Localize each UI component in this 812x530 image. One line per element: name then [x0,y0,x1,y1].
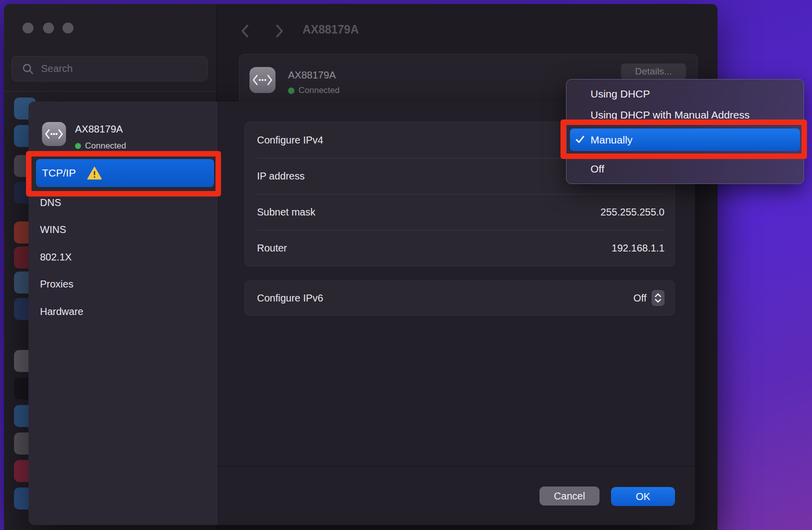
form-row-router: Router 192.168.1.1 [245,230,674,266]
chevron-right-icon [276,24,284,38]
search-input[interactable]: Search [12,56,208,82]
back-button[interactable] [237,23,252,39]
ethernet-adapter-icon [250,67,276,93]
sidebar-item-8021x[interactable]: 802.1X [36,247,214,267]
subnet-mask-field[interactable]: 255.255.255.0 [600,206,664,218]
sidebar-item-wins[interactable]: WINS [36,220,214,240]
menu-item-label: Using DHCP [590,88,650,100]
menu-item-using-dhcp[interactable]: Using DHCP [570,84,800,104]
annotation-rectangle-tcpip [26,151,221,196]
row-label: Router [257,242,287,254]
ethernet-adapter-icon [42,122,66,146]
sidebar-item-label: Hardware [40,306,84,318]
ipv6-settings-card: Configure IPv6 Off [244,280,675,316]
device-name: AX88179A [75,124,123,135]
row-label: Configure IPv6 [257,292,323,304]
device-name: AX88179A [288,70,336,81]
chevron-left-icon [240,24,249,38]
minimize-button[interactable] [43,22,54,34]
status-dot [75,143,81,149]
search-icon [22,63,34,75]
popup-value: Off [634,292,646,304]
annotation-rectangle-manually [560,120,807,159]
status-dot [288,88,294,94]
status-text: Connected [298,86,340,96]
status-text: Connected [85,141,126,151]
close-button[interactable] [22,22,34,34]
sidebar-item-hardware[interactable]: Hardware [36,302,214,322]
sidebar-item-label: DNS [40,197,61,208]
footer-divider [218,466,695,466]
search-placeholder: Search [41,63,72,74]
forward-button[interactable] [272,23,287,39]
sidebar-item-label: 802.1X [40,252,72,263]
configure-ipv6-popup[interactable]: Off [634,290,664,306]
ok-button[interactable]: OK [611,487,675,506]
menu-item-label: Off [590,163,604,175]
page-title: AX88179A [302,23,359,36]
sidebar-item-label: Proxies [40,278,74,290]
details-button[interactable]: Details... [621,64,686,80]
row-label: IP address [257,170,304,182]
sidebar-divider [4,91,216,92]
form-row-subnet-mask: Subnet mask 255.255.255.0 [245,194,674,230]
row-label: Subnet mask [257,206,316,218]
sidebar-item-proxies[interactable]: Proxies [36,274,214,294]
router-field[interactable]: 192.168.1.1 [612,242,664,254]
row-label: Configure IPv4 [257,134,323,146]
popup-stepper-icon [652,290,664,306]
sidebar-item-label: WINS [40,224,66,236]
zoom-button[interactable] [62,22,74,34]
menu-item-off[interactable]: Off [570,158,800,180]
cancel-button[interactable]: Cancel [540,486,600,506]
